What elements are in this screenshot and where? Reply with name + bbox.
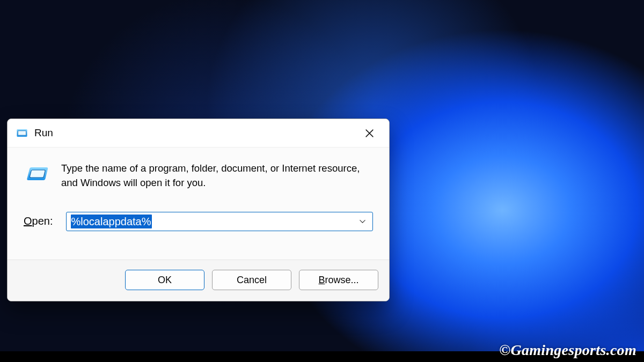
svg-rect-3 bbox=[30, 170, 45, 178]
dialog-description: Type the name of a program, folder, docu… bbox=[61, 161, 362, 190]
dialog-title: Run bbox=[34, 127, 348, 139]
open-combobox[interactable]: %localappdata% bbox=[66, 212, 374, 231]
run-dialog: Run bbox=[7, 119, 390, 301]
dialog-body: Type the name of a program, folder, docu… bbox=[8, 147, 389, 231]
combobox-dropdown-button[interactable] bbox=[354, 212, 370, 231]
open-label: Open: bbox=[24, 215, 53, 227]
close-button[interactable] bbox=[355, 122, 384, 144]
run-dialog-icon bbox=[24, 162, 49, 188]
svg-rect-1 bbox=[18, 131, 26, 135]
run-title-icon bbox=[16, 127, 28, 139]
chevron-down-icon bbox=[358, 217, 367, 225]
cancel-button[interactable]: Cancel bbox=[212, 270, 291, 290]
dialog-button-row: OK Cancel Browse... bbox=[8, 260, 389, 301]
browse-button[interactable]: Browse... bbox=[299, 270, 378, 290]
close-icon bbox=[365, 129, 374, 138]
ok-button[interactable]: OK bbox=[125, 270, 204, 290]
titlebar[interactable]: Run bbox=[8, 119, 389, 147]
watermark-text: ©Gamingesports.com bbox=[499, 342, 636, 359]
desktop-background: Run bbox=[0, 0, 644, 362]
open-input-value[interactable]: %localappdata% bbox=[71, 215, 152, 228]
